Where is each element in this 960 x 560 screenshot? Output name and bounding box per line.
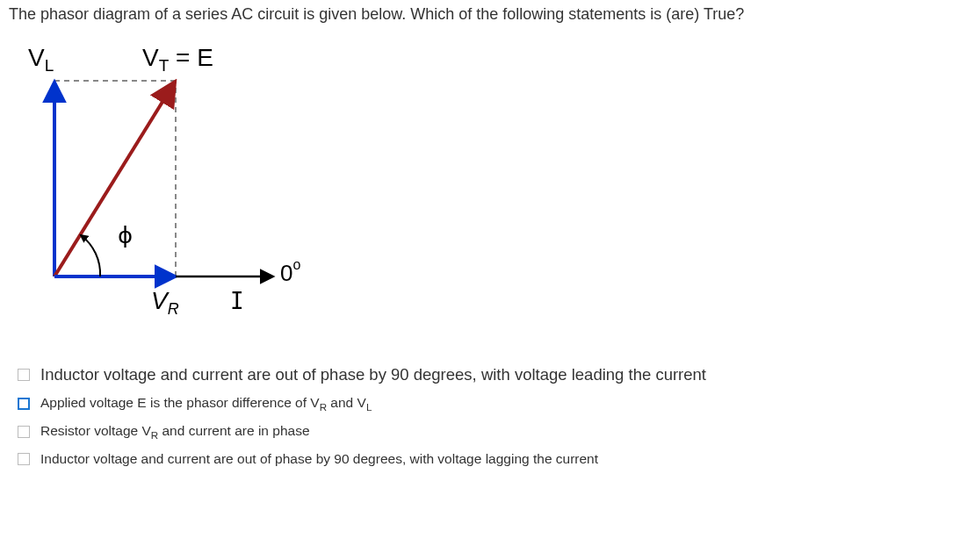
option-text: Inductor voltage and current are out of … xyxy=(40,365,706,384)
checkbox-icon[interactable] xyxy=(18,426,30,438)
label-i: I xyxy=(230,288,244,314)
phasor-diagram: VL VT = E ϕ VR I 0o xyxy=(19,41,951,334)
option-3[interactable]: Resistor voltage VR and current are in p… xyxy=(18,423,951,441)
option-text: Applied voltage E is the phasor differen… xyxy=(40,395,372,413)
label-zero: 0o xyxy=(280,257,300,286)
checkbox-icon[interactable] xyxy=(18,453,30,465)
option-4[interactable]: Inductor voltage and current are out of … xyxy=(18,451,951,467)
svg-line-3 xyxy=(54,83,174,276)
option-2[interactable]: Applied voltage E is the phasor differen… xyxy=(18,395,951,413)
checkbox-icon[interactable] xyxy=(18,398,30,410)
label-vl: VL xyxy=(28,44,54,75)
label-vt: VT = E xyxy=(142,44,213,75)
option-text: Resistor voltage VR and current are in p… xyxy=(40,423,310,441)
label-phi: ϕ xyxy=(118,222,133,248)
options-list: Inductor voltage and current are out of … xyxy=(18,365,951,467)
checkbox-icon[interactable] xyxy=(18,369,30,381)
question-text: The phasor diagram of a series AC circui… xyxy=(9,5,951,24)
label-vr: VR xyxy=(151,287,179,318)
option-text: Inductor voltage and current are out of … xyxy=(40,451,598,467)
option-1[interactable]: Inductor voltage and current are out of … xyxy=(18,365,951,384)
